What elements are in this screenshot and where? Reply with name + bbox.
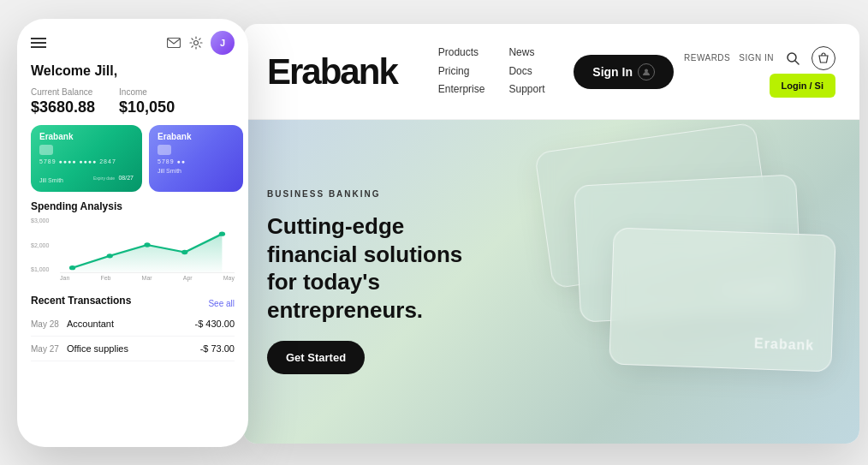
x-label-feb: Feb (100, 275, 110, 281)
balance-value: $3680.88 (31, 98, 95, 116)
card-number-green: 5789 ●●●● ●●●● 2847 (39, 158, 134, 164)
hero-section: Erabank Erabank Erabank BUSINESS BANKING… (243, 120, 859, 444)
current-balance: Current Balance $3680.88 (31, 87, 95, 116)
tx-amount-0: -$ 430.00 (195, 319, 235, 329)
hero-content: BUSINESS BANKING Cutting-edge financial … (267, 120, 473, 444)
mail-icon[interactable] (166, 35, 181, 51)
tx-amount-1: -$ 73.00 (200, 343, 235, 354)
card-number-purple: 5789 ●● (158, 158, 235, 164)
chart-x-labels: Jan Feb Mar Apr May (60, 275, 235, 281)
svg-point-5 (144, 242, 150, 247)
tx-name-1: Office supplies (67, 343, 200, 354)
hero-card-label-3: Erabank (754, 336, 815, 353)
card-name-green: Jill Smith (39, 177, 63, 183)
menu-icon[interactable] (31, 38, 46, 48)
expiry-label: Expiry date (93, 176, 115, 181)
x-label-mar: Mar (142, 275, 152, 281)
card-footer-green: Jill Smith Expiry date 08/27 (39, 168, 134, 183)
sign-in-label: Sign In (592, 65, 633, 79)
browser-window: Erabank Products Pricing Enterprise News… (243, 24, 859, 444)
transaction-row-0: May 28 Accountant -$ 430.00 (31, 312, 235, 337)
mobile-app: J Welcome Jill, Current Balance $3680.88… (17, 19, 248, 447)
transactions-header: Recent Transactions See all (31, 295, 235, 312)
tx-name-0: Accountant (67, 319, 195, 329)
y-label-3000: $3,000 (31, 218, 49, 224)
nav-support[interactable]: Support (508, 80, 544, 99)
search-icon[interactable] (782, 48, 803, 69)
nav-extras: REWARDS SIGN IN Login / Si (684, 46, 835, 98)
mobile-header: J (31, 31, 235, 55)
svg-point-8 (645, 69, 648, 72)
browser-navbar: Erabank Products Pricing Enterprise News… (243, 24, 859, 120)
welcome-text: Welcome Jill, (31, 63, 235, 79)
income-label: Income (119, 87, 175, 97)
nav-right: Sign In REWARDS SIGN IN Login (574, 46, 835, 98)
get-started-button[interactable]: Get Started (267, 341, 365, 374)
mobile-header-right: J (166, 31, 235, 55)
nav-col2: News Docs Support (508, 44, 544, 99)
transaction-row-1: May 27 Office supplies -$ 73.00 (31, 337, 235, 361)
x-label-apr: Apr (183, 275, 193, 281)
svg-point-4 (107, 253, 113, 258)
expiry-value: 08/27 (118, 175, 134, 181)
settings-icon[interactable] (188, 35, 204, 51)
balance-label: Current Balance (31, 87, 95, 97)
login-signup-button[interactable]: Login / Si (770, 74, 836, 98)
nav-docs[interactable]: Docs (508, 63, 544, 81)
y-label-1000: $1,000 (31, 266, 49, 272)
svg-point-6 (181, 250, 187, 254)
rewards-link[interactable]: REWARDS (684, 53, 730, 63)
user-icon (638, 63, 655, 80)
nav-news[interactable]: News (508, 44, 544, 63)
cards-row: Erabank 5789 ●●●● ●●●● 2847 Jill Smith E… (31, 125, 235, 192)
income-value: $10,050 (119, 98, 175, 116)
hero-cards: Erabank Erabank Erabank (474, 137, 834, 420)
card-chip-purple (158, 145, 171, 155)
hero-tag: BUSINESS BANKING (267, 189, 473, 199)
hero-card-3: Erabank (609, 228, 835, 373)
tx-date-0: May 28 (31, 319, 62, 329)
bank-card-purple: Erabank 5789 ●● Jill Smith (149, 125, 243, 192)
x-label-jan: Jan (60, 275, 69, 281)
brand-logo[interactable]: Erabank (267, 51, 397, 92)
svg-line-10 (795, 61, 799, 64)
card-brand-purple: Erabank (158, 132, 235, 141)
spending-analysis-section: Spending Analysis $3,000 $2,000 $1,000 (31, 200, 235, 286)
svg-point-7 (219, 232, 225, 236)
signin-link[interactable]: SIGN IN (739, 53, 774, 63)
login-signup-label: Login / Si (782, 80, 824, 91)
avatar[interactable]: J (211, 31, 235, 55)
nav-extras-top: REWARDS SIGN IN (684, 46, 835, 70)
card-name-purple: Jill Smith (158, 168, 181, 174)
income: Income $10,050 (119, 87, 175, 116)
y-label-2000: $2,000 (31, 242, 49, 248)
card-footer-purple: Jill Smith (158, 168, 235, 174)
chart-container: $3,000 $2,000 $1,000 (31, 218, 235, 286)
hero-headline: Cutting-edge financial solutions for tod… (267, 212, 473, 324)
sign-in-button[interactable]: Sign In (574, 55, 674, 89)
chart-svg (60, 218, 235, 272)
card-chip (39, 145, 53, 155)
bank-card-green: Erabank 5789 ●●●● ●●●● 2847 Jill Smith E… (31, 125, 142, 192)
card-expiry: Expiry date 08/27 (93, 168, 134, 183)
spending-analysis-title: Spending Analysis (31, 200, 235, 212)
nav-enterprise[interactable]: Enterprise (438, 80, 485, 99)
nav-products[interactable]: Products (438, 44, 485, 63)
see-all-link[interactable]: See all (208, 299, 235, 308)
nav-pricing[interactable]: Pricing (438, 63, 485, 81)
tx-date-1: May 27 (31, 344, 62, 354)
x-label-may: May (223, 275, 235, 281)
chart-y-labels: $3,000 $2,000 $1,000 (31, 218, 49, 272)
nav-col1: Products Pricing Enterprise (438, 44, 485, 99)
chart-area (60, 218, 235, 273)
svg-marker-2 (73, 234, 223, 272)
svg-point-3 (69, 265, 75, 270)
bag-icon[interactable] (812, 46, 835, 70)
svg-point-1 (194, 41, 199, 45)
card-brand-green: Erabank (39, 132, 134, 141)
transactions-section: Recent Transactions See all May 28 Accou… (31, 295, 235, 361)
balance-row: Current Balance $3680.88 Income $10,050 (31, 87, 235, 116)
transactions-title: Recent Transactions (31, 295, 131, 307)
